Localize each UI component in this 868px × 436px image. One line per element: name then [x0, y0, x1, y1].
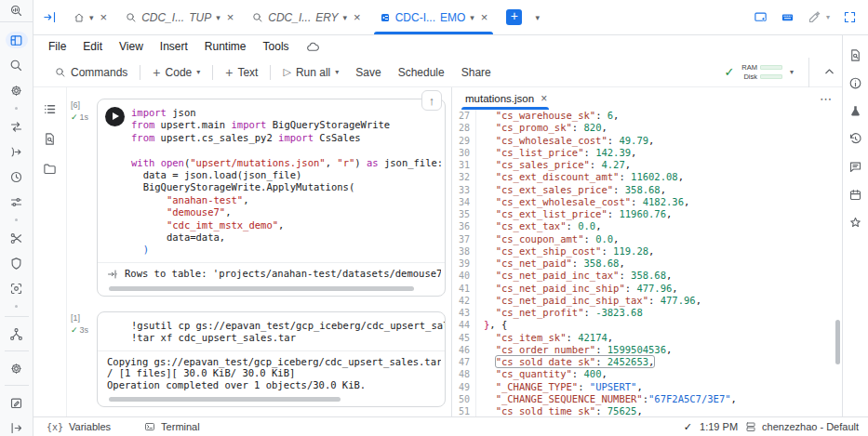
add-text-label: Text: [237, 66, 258, 79]
line-number: 44: [452, 319, 476, 331]
vertical-scrollbar[interactable]: [835, 320, 840, 364]
tab-caret-icon[interactable]: ▾: [470, 13, 474, 22]
line-number: 39: [452, 258, 476, 270]
save-button[interactable]: Save: [347, 66, 389, 79]
terminal-button[interactable]: Terminal: [144, 421, 200, 432]
line-number: 31: [452, 159, 476, 171]
rail-item-comments[interactable]: [847, 158, 865, 175]
cell-code[interactable]: import jsonfrom upsert.main import BigQu…: [98, 99, 445, 262]
tab-query-1[interactable]: CDC_I...TUP▾×: [116, 0, 243, 34]
rail-item-scan[interactable]: [6, 280, 28, 297]
rail-item-transfers[interactable]: [6, 118, 28, 135]
json-line: 31 "cs_sales_price": 4.27,: [452, 159, 842, 171]
cast-icon[interactable]: [754, 10, 768, 24]
rail-item-expand-rail[interactable]: [6, 419, 28, 436]
rail-item-experiments[interactable]: [847, 102, 865, 119]
run-all-caret-icon[interactable]: ▾: [335, 68, 339, 76]
collapse-toolbar-icon[interactable]: [822, 65, 836, 79]
fullscreen-icon[interactable]: [843, 10, 857, 24]
rail-item-find-in-notebook[interactable]: [39, 130, 61, 147]
rail-item-settings-hex[interactable]: [6, 82, 28, 99]
rail-item-files[interactable]: [39, 160, 61, 177]
tab-close-icon[interactable]: ×: [354, 10, 361, 24]
tab-query-2[interactable]: CDC_I...ERY▾×: [243, 0, 369, 34]
share-button[interactable]: Share: [453, 66, 500, 79]
rail-item-labs[interactable]: [6, 230, 28, 246]
tab-caret-icon[interactable]: ▾: [216, 13, 220, 22]
runtime-layers-icon: [745, 421, 756, 432]
json-line: 39 "cs_net_paid": 358.68,: [452, 258, 842, 270]
transfers-icon: [9, 120, 23, 134]
add-code-button[interactable]: + Code ▾: [144, 65, 208, 80]
rail-item-compose[interactable]: [6, 394, 28, 411]
save-label: Save: [355, 66, 381, 79]
tab-close-icon[interactable]: ×: [227, 10, 234, 24]
tab-caret-icon[interactable]: ▾: [89, 13, 94, 22]
cloud-save-status-icon: [306, 40, 320, 54]
file-viewer-menu-icon[interactable]: ⋯: [820, 92, 833, 106]
runtime-selector[interactable]: chenzezhao - Default: [745, 421, 859, 432]
menu-tools[interactable]: Tools: [263, 40, 289, 53]
line-number: 30: [452, 147, 476, 159]
scroll-to-top-button[interactable]: ↑: [421, 90, 442, 111]
rail-item-doc-search[interactable]: [847, 46, 865, 63]
json-line: 33 "cs_ext_sales_price": 358.68,: [452, 184, 842, 196]
rail-item-starred[interactable]: [847, 214, 865, 231]
rail-item-history[interactable]: [6, 168, 28, 185]
notebook-cell: [1]✓3s!gsutil cp gs://epavan_test/gcp_ic…: [71, 311, 446, 408]
run-cell-button[interactable]: [105, 107, 125, 126]
tab-label-suffix: EMO: [440, 11, 465, 24]
menu-view[interactable]: View: [119, 40, 143, 53]
rail-item-scheduled-runs[interactable]: [847, 186, 865, 203]
resource-caret-icon[interactable]: ▾: [790, 68, 794, 76]
rail-item-lineage[interactable]: [6, 325, 28, 342]
resource-monitor[interactable]: RAM Disk: [741, 63, 782, 81]
rail-item-admin[interactable]: [6, 360, 28, 377]
new-tab-button[interactable]: +: [506, 9, 522, 25]
tab-list-caret-icon[interactable]: ▾: [535, 13, 540, 22]
tab-caret-icon[interactable]: ▾: [343, 13, 348, 22]
variables-label: Variables: [69, 421, 111, 432]
cell-card[interactable]: !gsutil cp gs://epavan_test/gcp_iceberg/…: [97, 311, 446, 408]
file-tab-close-icon[interactable]: ×: [541, 92, 547, 105]
schedule-button[interactable]: Schedule: [390, 66, 453, 79]
horizontal-scrollbar[interactable]: [105, 396, 437, 403]
info-icon: [848, 76, 862, 90]
json-line: 46 "cs_order_number": 1599504536,: [452, 344, 842, 356]
pencil-caret-icon[interactable]: ▾: [826, 13, 830, 21]
menu-file[interactable]: File: [48, 40, 66, 53]
rail-item-table-of-contents[interactable]: [39, 100, 61, 117]
rail-item-info[interactable]: [847, 74, 865, 91]
menu-runtime[interactable]: Runtime: [205, 40, 247, 53]
json-line: 34 "cs_ext_wholesale_cost": 4182.36,: [452, 196, 842, 208]
tab-notebook[interactable]: CDC-I...EMO▾×: [370, 0, 498, 34]
tab-close-icon[interactable]: ×: [100, 10, 108, 24]
keyboard-icon[interactable]: [781, 10, 795, 24]
run-all-button[interactable]: ▷ Run all ▾: [274, 66, 347, 79]
rail-item-filters[interactable]: [6, 193, 28, 210]
rail-item-version-history[interactable]: [847, 130, 865, 147]
rail-item-panels[interactable]: [6, 32, 28, 48]
add-code-caret-icon[interactable]: ▾: [196, 68, 200, 76]
menu-edit[interactable]: Edit: [83, 40, 102, 53]
variables-button[interactable]: {x} Variables: [47, 421, 111, 432]
cell-card[interactable]: import jsonfrom upsert.main import BigQu…: [97, 99, 446, 297]
rail-item-security[interactable]: [6, 255, 28, 271]
output-toggle-icon[interactable]: [107, 269, 118, 280]
pencil-icon[interactable]: [808, 10, 821, 24]
tabs: ▾×CDC_I...TUP▾×CDC_I...ERY▾×CDC-I...EMO▾…: [64, 0, 497, 34]
rail-item-pipelines[interactable]: [6, 143, 28, 160]
json-line: 51 "cs_sold_time_sk": 75625,: [452, 405, 842, 416]
collapse-panel-icon[interactable]: [43, 10, 57, 24]
cell-code[interactable]: !gsutil cp gs://epavan_test/gcp_iceberg/…: [98, 312, 445, 350]
expand-rail-icon: [9, 421, 23, 435]
tab-close-icon[interactable]: ×: [481, 10, 488, 24]
add-text-button[interactable]: + Text: [217, 65, 266, 80]
commands-button[interactable]: Commands: [47, 66, 136, 79]
menu-insert[interactable]: Insert: [160, 40, 188, 53]
file-tab-mutations-json[interactable]: mutations.json ×: [461, 87, 549, 110]
tab-home[interactable]: ▾×: [64, 0, 116, 34]
rail-item-search[interactable]: [6, 57, 28, 73]
magnifier-icon: [126, 12, 137, 23]
horizontal-scrollbar[interactable]: [105, 285, 437, 292]
